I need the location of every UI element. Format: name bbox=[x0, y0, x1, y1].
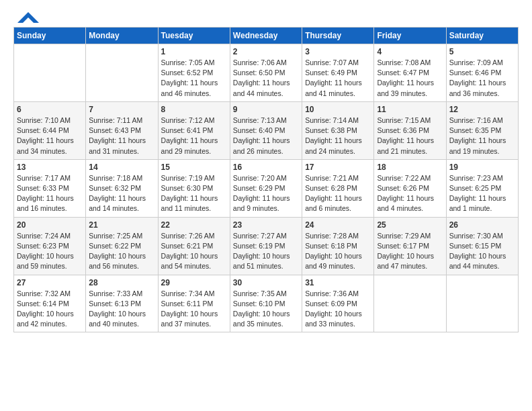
day-detail: Sunrise: 7:12 AMSunset: 6:41 PMDaylight:… bbox=[161, 116, 227, 156]
day-number: 27 bbox=[17, 278, 83, 287]
day-number: 26 bbox=[449, 220, 515, 230]
day-number: 23 bbox=[233, 220, 299, 230]
day-number: 22 bbox=[161, 220, 227, 230]
calendar-row-2: 13Sunrise: 7:17 AMSunset: 6:33 PMDayligh… bbox=[14, 159, 519, 217]
day-detail: Sunrise: 7:20 AMSunset: 6:29 PMDaylight:… bbox=[233, 173, 299, 214]
day-detail: Sunrise: 7:34 AMSunset: 6:11 PMDaylight:… bbox=[161, 289, 227, 330]
day-detail: Sunrise: 7:07 AMSunset: 6:49 PMDaylight:… bbox=[305, 58, 371, 99]
calendar-cell: 23Sunrise: 7:27 AMSunset: 6:19 PMDayligh… bbox=[230, 217, 302, 275]
calendar-cell: 13Sunrise: 7:17 AMSunset: 6:33 PMDayligh… bbox=[14, 159, 86, 217]
day-number: 9 bbox=[233, 105, 299, 114]
calendar-cell: 1Sunrise: 7:05 AMSunset: 6:52 PMDaylight… bbox=[158, 44, 230, 102]
day-detail: Sunrise: 7:17 AMSunset: 6:33 PMDaylight:… bbox=[17, 173, 83, 214]
svg-marker-0 bbox=[17, 12, 39, 23]
day-number: 12 bbox=[449, 105, 515, 114]
day-number: 11 bbox=[377, 105, 443, 114]
calendar-cell bbox=[86, 44, 158, 102]
day-detail: Sunrise: 7:29 AMSunset: 6:17 PMDaylight:… bbox=[377, 231, 443, 272]
page: SundayMondayTuesdayWednesdayThursdayFrid… bbox=[0, 0, 532, 411]
day-detail: Sunrise: 7:33 AMSunset: 6:13 PMDaylight:… bbox=[89, 289, 154, 330]
day-number: 6 bbox=[17, 105, 83, 114]
weekday-header-row: SundayMondayTuesdayWednesdayThursdayFrid… bbox=[14, 28, 519, 44]
day-detail: Sunrise: 7:15 AMSunset: 6:36 PMDaylight:… bbox=[377, 116, 443, 156]
day-detail: Sunrise: 7:08 AMSunset: 6:47 PMDaylight:… bbox=[377, 58, 443, 99]
day-number: 30 bbox=[233, 278, 299, 287]
weekday-header-thursday: Thursday bbox=[302, 28, 374, 44]
calendar: SundayMondayTuesdayWednesdayThursdayFrid… bbox=[13, 27, 519, 332]
calendar-cell: 27Sunrise: 7:32 AMSunset: 6:14 PMDayligh… bbox=[14, 275, 86, 332]
header bbox=[13, 11, 519, 21]
calendar-cell: 18Sunrise: 7:22 AMSunset: 6:26 PMDayligh… bbox=[374, 159, 446, 217]
calendar-cell: 16Sunrise: 7:20 AMSunset: 6:29 PMDayligh… bbox=[230, 159, 302, 217]
day-number: 10 bbox=[305, 105, 371, 114]
day-number: 4 bbox=[377, 47, 443, 56]
calendar-cell: 14Sunrise: 7:18 AMSunset: 6:32 PMDayligh… bbox=[86, 159, 158, 217]
day-number: 14 bbox=[89, 163, 154, 172]
day-number: 8 bbox=[161, 105, 227, 114]
day-number: 15 bbox=[161, 163, 227, 172]
day-number: 13 bbox=[17, 163, 83, 172]
calendar-cell: 25Sunrise: 7:29 AMSunset: 6:17 PMDayligh… bbox=[374, 217, 446, 275]
day-number: 1 bbox=[161, 47, 227, 56]
calendar-cell: 3Sunrise: 7:07 AMSunset: 6:49 PMDaylight… bbox=[302, 44, 374, 102]
day-number: 24 bbox=[305, 220, 371, 230]
day-detail: Sunrise: 7:14 AMSunset: 6:38 PMDaylight:… bbox=[305, 116, 371, 156]
day-number: 18 bbox=[377, 163, 443, 172]
day-number: 25 bbox=[377, 220, 443, 230]
weekday-header-saturday: Saturday bbox=[446, 28, 518, 44]
day-detail: Sunrise: 7:23 AMSunset: 6:25 PMDaylight:… bbox=[449, 173, 515, 214]
calendar-cell: 31Sunrise: 7:36 AMSunset: 6:09 PMDayligh… bbox=[302, 275, 374, 332]
day-detail: Sunrise: 7:19 AMSunset: 6:30 PMDaylight:… bbox=[161, 173, 227, 214]
weekday-header-sunday: Sunday bbox=[14, 28, 86, 44]
weekday-header-monday: Monday bbox=[86, 28, 158, 44]
calendar-cell: 10Sunrise: 7:14 AMSunset: 6:38 PMDayligh… bbox=[302, 101, 374, 159]
day-detail: Sunrise: 7:09 AMSunset: 6:46 PMDaylight:… bbox=[449, 58, 515, 99]
day-number: 5 bbox=[449, 47, 515, 56]
day-detail: Sunrise: 7:13 AMSunset: 6:40 PMDaylight:… bbox=[233, 116, 299, 156]
calendar-cell: 28Sunrise: 7:33 AMSunset: 6:13 PMDayligh… bbox=[86, 275, 158, 332]
day-detail: Sunrise: 7:11 AMSunset: 6:43 PMDaylight:… bbox=[89, 116, 154, 156]
calendar-cell bbox=[14, 44, 86, 102]
calendar-cell: 7Sunrise: 7:11 AMSunset: 6:43 PMDaylight… bbox=[86, 101, 158, 159]
day-detail: Sunrise: 7:25 AMSunset: 6:22 PMDaylight:… bbox=[89, 231, 154, 272]
calendar-cell: 19Sunrise: 7:23 AMSunset: 6:25 PMDayligh… bbox=[446, 159, 518, 217]
day-number: 3 bbox=[305, 47, 371, 56]
day-detail: Sunrise: 7:18 AMSunset: 6:32 PMDaylight:… bbox=[89, 173, 154, 214]
day-detail: Sunrise: 7:05 AMSunset: 6:52 PMDaylight:… bbox=[161, 58, 227, 99]
day-number: 2 bbox=[233, 47, 299, 56]
day-detail: Sunrise: 7:26 AMSunset: 6:21 PMDaylight:… bbox=[161, 231, 227, 272]
day-number: 28 bbox=[89, 278, 154, 287]
day-detail: Sunrise: 7:24 AMSunset: 6:23 PMDaylight:… bbox=[17, 231, 83, 272]
day-detail: Sunrise: 7:21 AMSunset: 6:28 PMDaylight:… bbox=[305, 173, 371, 214]
calendar-cell: 5Sunrise: 7:09 AMSunset: 6:46 PMDaylight… bbox=[446, 44, 518, 102]
day-number: 21 bbox=[89, 220, 154, 230]
day-detail: Sunrise: 7:32 AMSunset: 6:14 PMDaylight:… bbox=[17, 289, 83, 330]
calendar-row-3: 20Sunrise: 7:24 AMSunset: 6:23 PMDayligh… bbox=[14, 217, 519, 275]
calendar-row-1: 6Sunrise: 7:10 AMSunset: 6:44 PMDaylight… bbox=[14, 101, 519, 159]
day-number: 16 bbox=[233, 163, 299, 172]
calendar-cell bbox=[374, 275, 446, 332]
day-number: 19 bbox=[449, 163, 515, 172]
day-detail: Sunrise: 7:30 AMSunset: 6:15 PMDaylight:… bbox=[449, 231, 515, 272]
day-detail: Sunrise: 7:10 AMSunset: 6:44 PMDaylight:… bbox=[17, 116, 83, 156]
logo-icon bbox=[15, 11, 40, 26]
calendar-cell: 12Sunrise: 7:16 AMSunset: 6:35 PMDayligh… bbox=[446, 101, 518, 159]
calendar-row-4: 27Sunrise: 7:32 AMSunset: 6:14 PMDayligh… bbox=[14, 275, 519, 332]
day-detail: Sunrise: 7:36 AMSunset: 6:09 PMDaylight:… bbox=[305, 289, 371, 330]
day-detail: Sunrise: 7:27 AMSunset: 6:19 PMDaylight:… bbox=[233, 231, 299, 272]
day-number: 7 bbox=[89, 105, 154, 114]
day-detail: Sunrise: 7:28 AMSunset: 6:18 PMDaylight:… bbox=[305, 231, 371, 272]
calendar-cell: 9Sunrise: 7:13 AMSunset: 6:40 PMDaylight… bbox=[230, 101, 302, 159]
calendar-cell: 4Sunrise: 7:08 AMSunset: 6:47 PMDaylight… bbox=[374, 44, 446, 102]
weekday-header-tuesday: Tuesday bbox=[158, 28, 230, 44]
day-number: 20 bbox=[17, 220, 83, 230]
day-number: 29 bbox=[161, 278, 227, 287]
calendar-cell: 26Sunrise: 7:30 AMSunset: 6:15 PMDayligh… bbox=[446, 217, 518, 275]
calendar-cell: 29Sunrise: 7:34 AMSunset: 6:11 PMDayligh… bbox=[158, 275, 230, 332]
calendar-row-0: 1Sunrise: 7:05 AMSunset: 6:52 PMDaylight… bbox=[14, 44, 519, 102]
day-detail: Sunrise: 7:35 AMSunset: 6:10 PMDaylight:… bbox=[233, 289, 299, 330]
calendar-cell: 21Sunrise: 7:25 AMSunset: 6:22 PMDayligh… bbox=[86, 217, 158, 275]
calendar-cell: 22Sunrise: 7:26 AMSunset: 6:21 PMDayligh… bbox=[158, 217, 230, 275]
calendar-cell: 15Sunrise: 7:19 AMSunset: 6:30 PMDayligh… bbox=[158, 159, 230, 217]
day-detail: Sunrise: 7:16 AMSunset: 6:35 PMDaylight:… bbox=[449, 116, 515, 156]
